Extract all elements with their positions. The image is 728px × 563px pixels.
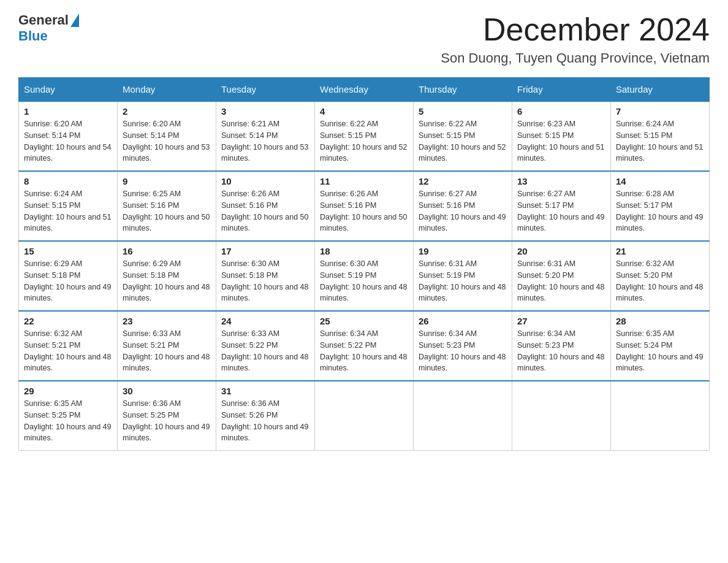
calendar-cell: 25Sunrise: 6:34 AMSunset: 5:22 PMDayligh… — [315, 311, 414, 381]
logo-blue-text: Blue — [18, 28, 48, 44]
week-row-5: 29Sunrise: 6:35 AMSunset: 5:25 PMDayligh… — [19, 381, 710, 451]
day-info: Sunrise: 6:24 AMSunset: 5:15 PMDaylight:… — [24, 188, 112, 234]
column-header-sunday: Sunday — [19, 78, 118, 102]
day-info: Sunrise: 6:29 AMSunset: 5:18 PMDaylight:… — [123, 258, 211, 304]
location-subtitle: Son Duong, Tuyen Quang Province, Vietnam — [441, 50, 710, 66]
calendar-cell: 10Sunrise: 6:26 AMSunset: 5:16 PMDayligh… — [216, 171, 315, 241]
calendar-cell: 21Sunrise: 6:32 AMSunset: 5:20 PMDayligh… — [611, 241, 710, 311]
calendar-cell: 17Sunrise: 6:30 AMSunset: 5:18 PMDayligh… — [216, 241, 315, 311]
calendar-cell: 26Sunrise: 6:34 AMSunset: 5:23 PMDayligh… — [414, 311, 512, 381]
column-header-tuesday: Tuesday — [216, 78, 315, 102]
day-number: 11 — [320, 176, 408, 186]
column-header-wednesday: Wednesday — [315, 78, 414, 102]
day-info: Sunrise: 6:30 AMSunset: 5:18 PMDaylight:… — [221, 258, 309, 304]
calendar-cell: 20Sunrise: 6:31 AMSunset: 5:20 PMDayligh… — [512, 241, 611, 311]
day-info: Sunrise: 6:34 AMSunset: 5:22 PMDaylight:… — [320, 328, 408, 374]
day-number: 6 — [517, 106, 605, 117]
week-row-1: 1Sunrise: 6:20 AMSunset: 5:14 PMDaylight… — [19, 101, 710, 171]
week-row-3: 15Sunrise: 6:29 AMSunset: 5:18 PMDayligh… — [19, 241, 710, 311]
calendar-table: SundayMondayTuesdayWednesdayThursdayFrid… — [18, 77, 710, 451]
column-header-thursday: Thursday — [414, 78, 512, 102]
day-info: Sunrise: 6:25 AMSunset: 5:16 PMDaylight:… — [123, 188, 211, 234]
calendar-cell — [315, 381, 414, 451]
calendar-cell: 5Sunrise: 6:22 AMSunset: 5:15 PMDaylight… — [414, 101, 512, 171]
calendar-header-row: SundayMondayTuesdayWednesdayThursdayFrid… — [19, 78, 710, 102]
calendar-cell: 19Sunrise: 6:31 AMSunset: 5:19 PMDayligh… — [414, 241, 512, 311]
day-info: Sunrise: 6:26 AMSunset: 5:16 PMDaylight:… — [221, 188, 309, 234]
calendar-cell: 6Sunrise: 6:23 AMSunset: 5:15 PMDaylight… — [512, 101, 611, 171]
calendar-cell: 27Sunrise: 6:34 AMSunset: 5:23 PMDayligh… — [512, 311, 611, 381]
week-row-2: 8Sunrise: 6:24 AMSunset: 5:15 PMDaylight… — [19, 171, 710, 241]
calendar-cell: 1Sunrise: 6:20 AMSunset: 5:14 PMDaylight… — [19, 101, 118, 171]
day-number: 21 — [616, 246, 704, 256]
day-info: Sunrise: 6:28 AMSunset: 5:17 PMDaylight:… — [616, 188, 704, 234]
day-info: Sunrise: 6:20 AMSunset: 5:14 PMDaylight:… — [24, 118, 112, 164]
calendar-cell — [512, 381, 611, 451]
day-info: Sunrise: 6:22 AMSunset: 5:15 PMDaylight:… — [419, 118, 507, 164]
day-number: 13 — [517, 176, 605, 186]
day-info: Sunrise: 6:33 AMSunset: 5:22 PMDaylight:… — [221, 328, 309, 374]
day-number: 30 — [123, 386, 211, 396]
day-info: Sunrise: 6:27 AMSunset: 5:17 PMDaylight:… — [517, 188, 605, 234]
calendar-cell: 23Sunrise: 6:33 AMSunset: 5:21 PMDayligh… — [118, 311, 216, 381]
calendar-cell: 15Sunrise: 6:29 AMSunset: 5:18 PMDayligh… — [19, 241, 118, 311]
day-number: 4 — [320, 106, 408, 117]
calendar-cell: 30Sunrise: 6:36 AMSunset: 5:25 PMDayligh… — [118, 381, 216, 451]
day-info: Sunrise: 6:36 AMSunset: 5:26 PMDaylight:… — [221, 398, 309, 444]
day-number: 2 — [123, 106, 211, 117]
calendar-cell: 14Sunrise: 6:28 AMSunset: 5:17 PMDayligh… — [611, 171, 710, 241]
day-number: 16 — [123, 246, 211, 256]
day-info: Sunrise: 6:21 AMSunset: 5:14 PMDaylight:… — [221, 118, 309, 164]
calendar-cell: 13Sunrise: 6:27 AMSunset: 5:17 PMDayligh… — [512, 171, 611, 241]
page-header: General Blue December 2024 Son Duong, Tu… — [18, 12, 710, 66]
day-number: 31 — [221, 386, 309, 396]
calendar-cell: 28Sunrise: 6:35 AMSunset: 5:24 PMDayligh… — [611, 311, 710, 381]
calendar-cell: 3Sunrise: 6:21 AMSunset: 5:14 PMDaylight… — [216, 101, 315, 171]
calendar-cell: 29Sunrise: 6:35 AMSunset: 5:25 PMDayligh… — [19, 381, 118, 451]
day-number: 24 — [221, 316, 309, 326]
day-number: 17 — [221, 246, 309, 256]
calendar-cell: 11Sunrise: 6:26 AMSunset: 5:16 PMDayligh… — [315, 171, 414, 241]
calendar-cell: 31Sunrise: 6:36 AMSunset: 5:26 PMDayligh… — [216, 381, 315, 451]
calendar-cell — [414, 381, 512, 451]
day-info: Sunrise: 6:34 AMSunset: 5:23 PMDaylight:… — [419, 328, 507, 374]
day-number: 14 — [616, 176, 704, 186]
day-info: Sunrise: 6:22 AMSunset: 5:15 PMDaylight:… — [320, 118, 408, 164]
day-info: Sunrise: 6:35 AMSunset: 5:24 PMDaylight:… — [616, 328, 704, 374]
day-number: 15 — [24, 246, 112, 256]
day-info: Sunrise: 6:29 AMSunset: 5:18 PMDaylight:… — [24, 258, 112, 304]
day-number: 20 — [517, 246, 605, 256]
day-info: Sunrise: 6:32 AMSunset: 5:20 PMDaylight:… — [616, 258, 704, 304]
column-header-friday: Friday — [512, 78, 611, 102]
day-number: 7 — [616, 106, 704, 117]
calendar-cell: 4Sunrise: 6:22 AMSunset: 5:15 PMDaylight… — [315, 101, 414, 171]
day-info: Sunrise: 6:35 AMSunset: 5:25 PMDaylight:… — [24, 398, 112, 444]
calendar-cell: 24Sunrise: 6:33 AMSunset: 5:22 PMDayligh… — [216, 311, 315, 381]
day-number: 10 — [221, 176, 309, 186]
logo-general-text: General — [18, 12, 69, 28]
day-number: 29 — [24, 386, 112, 396]
calendar-cell: 9Sunrise: 6:25 AMSunset: 5:16 PMDaylight… — [118, 171, 216, 241]
day-number: 1 — [24, 106, 112, 117]
day-info: Sunrise: 6:30 AMSunset: 5:19 PMDaylight:… — [320, 258, 408, 304]
title-section: December 2024 Son Duong, Tuyen Quang Pro… — [441, 12, 710, 66]
day-info: Sunrise: 6:24 AMSunset: 5:15 PMDaylight:… — [616, 118, 704, 164]
column-header-monday: Monday — [118, 78, 216, 102]
day-number: 12 — [419, 176, 507, 186]
calendar-cell: 22Sunrise: 6:32 AMSunset: 5:21 PMDayligh… — [19, 311, 118, 381]
day-number: 18 — [320, 246, 408, 256]
calendar-title: December 2024 — [441, 12, 710, 47]
column-header-saturday: Saturday — [611, 78, 710, 102]
calendar-cell: 12Sunrise: 6:27 AMSunset: 5:16 PMDayligh… — [414, 171, 512, 241]
day-info: Sunrise: 6:31 AMSunset: 5:19 PMDaylight:… — [419, 258, 507, 304]
day-number: 5 — [419, 106, 507, 117]
logo-triangle-icon — [70, 13, 79, 27]
day-number: 9 — [123, 176, 211, 186]
day-info: Sunrise: 6:20 AMSunset: 5:14 PMDaylight:… — [123, 118, 211, 164]
day-info: Sunrise: 6:27 AMSunset: 5:16 PMDaylight:… — [419, 188, 507, 234]
calendar-cell: 7Sunrise: 6:24 AMSunset: 5:15 PMDaylight… — [611, 101, 710, 171]
day-number: 26 — [419, 316, 507, 326]
calendar-cell — [611, 381, 710, 451]
logo: General Blue — [18, 12, 79, 44]
day-number: 19 — [419, 246, 507, 256]
